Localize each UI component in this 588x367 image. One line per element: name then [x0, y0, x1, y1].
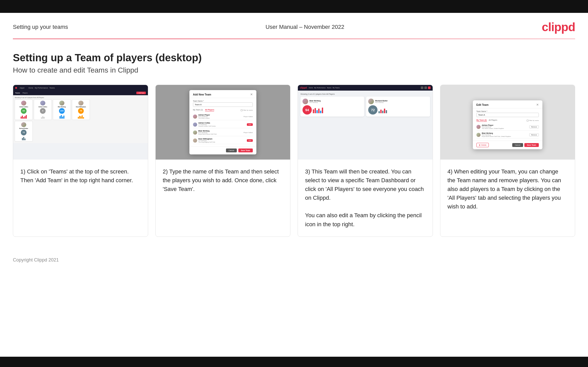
mock-edit-player-row: Blair McHarg Plus HandicapRoyal North De… — [476, 131, 539, 138]
filter-checkbox — [527, 120, 528, 121]
mock-tab-myteam[interactable]: My Team (2) — [193, 109, 203, 111]
mock-edit-player-avatar — [476, 133, 481, 137]
mock-edit-tabs-row: My Team (2) All Players Filter by name — [476, 119, 539, 122]
mock-bars — [41, 114, 45, 119]
mock-player-added: Player Added — [243, 132, 253, 133]
mock-score: 0 — [40, 108, 46, 113]
trash-icon: 🗑 — [479, 144, 481, 146]
mock-dialog-footer: Cancel Save Team — [189, 146, 256, 154]
mock-edit-player-club: Plus HandicapRoyal North Devon Golf Club… — [482, 134, 528, 137]
mock-score: 72 — [21, 130, 27, 135]
mock-tab-allplayers[interactable]: All Players — [205, 109, 214, 111]
mock-edit-player-name: Blair McHarg — [482, 132, 528, 134]
mock-player-info: Dave Billingham 3.5 HandicapThe Dog Magi… — [198, 138, 246, 143]
mock-player-list: Adrian Player Plus HandicapThe Shire Lon… — [193, 113, 253, 144]
mock-name-3b: Richard Butler — [375, 100, 388, 102]
mock-avatar — [40, 101, 45, 106]
mock-edit-player-info: Adrian Player Plus HandicapThe Shire Lon… — [482, 124, 528, 129]
mock-score: 84 — [21, 108, 27, 113]
mock-field-input: Team A — [193, 102, 253, 107]
mock-edit-player-list: Adrian Player Plus HandicapThe Shire Lon… — [476, 123, 539, 138]
copyright: Copyright Clippd 2021 — [13, 257, 59, 263]
footer: Copyright Clippd 2021 — [0, 252, 588, 270]
mock-add-team-dialog: Add New Team ✕ Team Name * Team A My Tea… — [189, 90, 256, 154]
mock-big-score-2: 72 — [368, 105, 377, 115]
top-bar — [0, 0, 588, 13]
card-3-text: 3) This Team will then be created. You c… — [298, 160, 433, 237]
mock-delete-button[interactable]: 🗑 Delete — [476, 143, 489, 147]
mock-player-club: 3.5 HandicapThe Dog Maging Golf Club — [198, 140, 246, 143]
card-3-screenshot: clippd Home My Performance Teams My Team… — [298, 85, 433, 160]
mock-chart-2 — [379, 107, 428, 113]
mock-bars — [60, 114, 64, 119]
mock-edit-dialog-body: Team Name * Team A My Team (2) All Playe… — [473, 108, 542, 141]
mock-save-team-button[interactable]: Save Team — [238, 148, 253, 152]
mock-tabs-row: My Team (2) All Players Filter by name — [193, 109, 253, 111]
mock-edit-field-label: Team Name * — [476, 110, 539, 112]
mock-edit-dialog-header: Edit Team ✕ — [473, 100, 542, 108]
mock-player-info-3a: Blair McHarg Plus Handicap — [309, 100, 321, 103]
mock-player-card: Blair McHarg 194 — [53, 99, 71, 120]
mock-player-avatar — [193, 115, 197, 119]
card-4: Edit Team ✕ Team Name * Team A My Team (… — [440, 85, 575, 237]
mock-delete-label: Delete — [481, 144, 486, 146]
mock-player-avatar — [193, 123, 197, 127]
mock-player-card: Dave Billingham 78 — [72, 99, 90, 120]
mock-nav-3: Home My Performance Teams My Teams — [309, 87, 340, 89]
page-subtitle: How to create and edit Teams in Clippd — [13, 66, 575, 74]
mock-edit-tab-myteam[interactable]: My Team (2) — [476, 119, 487, 122]
mock-avatar — [78, 101, 83, 106]
card-1-text: 1) Click on 'Teams' at the top of the sc… — [13, 160, 148, 237]
mock-edit-footer: 🗑 Delete Cancel Save Team — [473, 141, 542, 149]
mock-edit-player-avatar — [476, 125, 481, 129]
logo: clippd — [542, 20, 575, 34]
mock-avatar — [21, 101, 26, 106]
mock-player-card: Adrian Collins 0 — [34, 99, 52, 120]
mock-edit-close-icon: ✕ — [536, 103, 539, 107]
mock-edit-player-club: Plus HandicapThe Shire London, United Ki… — [482, 126, 528, 129]
mock-dot — [15, 87, 17, 89]
card-1-screenshot: clippd Home My Performance Teams Teams P… — [13, 85, 148, 160]
mock-edit-dialog-title: Edit Team — [476, 103, 489, 106]
mock-team-content: Showing 2 out of 2 players from All Play… — [298, 91, 433, 119]
mock-scores-row: Blair McHarg Plus Handicap 94 — [300, 97, 430, 117]
mock-pencil-icon — [428, 86, 431, 89]
header: Setting up your teams User Manual – Nove… — [0, 13, 588, 39]
mock-cancel-button[interactable]: Cancel — [226, 148, 237, 152]
cards-row: clippd Home My Performance Teams Teams P… — [0, 85, 588, 252]
card-3-description-2: You can also edit a Team by clicking the… — [305, 212, 422, 227]
mock-filter: Filter by name — [241, 109, 253, 111]
mock-icon — [424, 86, 427, 89]
mock-player-card: Adrian Collins 84 — [15, 99, 33, 120]
mock-edit-tab-allplayers[interactable]: All Players — [489, 119, 497, 122]
mock-player-row: Dave Billingham 3.5 HandicapThe Dog Magi… — [193, 137, 253, 144]
mock-player-name: Dave Billingham — [198, 138, 246, 140]
mock-club-3a: Plus Handicap — [309, 102, 321, 103]
mock-player-name: Adrian Player — [198, 114, 242, 116]
mock-bars — [21, 114, 27, 119]
mock-score: 194 — [59, 108, 65, 113]
mock-add-player-button[interactable]: Add — [247, 139, 253, 142]
mock-add-player-button[interactable]: Add — [247, 123, 253, 126]
card-2: Add New Team ✕ Team Name * Team A My Tea… — [155, 85, 291, 237]
mock-player-info: Blair McHarg Plus HandicapRoyal North De… — [198, 130, 242, 135]
card-1: clippd Home My Performance Teams Teams P… — [13, 85, 148, 237]
card-4-screenshot: Edit Team ✕ Team Name * Team A My Team (… — [440, 85, 575, 160]
mock-name-3a: Blair McHarg — [309, 100, 321, 102]
mock-remove-button[interactable]: Remove — [529, 133, 539, 136]
mock-dialog-header: Add New Team ✕ — [189, 90, 256, 98]
filter-checkbox — [241, 109, 242, 111]
card-3-description: 3) This Team will then be created. You c… — [305, 168, 424, 201]
mock-bars — [78, 114, 84, 119]
mock-logo-3: clippd — [300, 86, 307, 89]
mock-players-grid: Adrian Collins 84 — [15, 99, 146, 120]
mock-nav-1: Teams Players + Add Team — [13, 91, 148, 95]
mock-remove-button[interactable]: Remove — [529, 125, 539, 128]
mock-pname: Adrian Collins — [38, 106, 47, 108]
mock-topbar-1: clippd Home My Performance Teams — [13, 85, 148, 91]
mock-edit-save-button[interactable]: Save Team — [524, 143, 539, 147]
mock-avatar — [59, 101, 64, 106]
card-4-text: 4) When editing your Team, you can chang… — [440, 160, 575, 237]
mock-edit-cancel-button[interactable]: Cancel — [512, 143, 523, 147]
mock-edit-player-name: Adrian Player — [482, 124, 528, 126]
